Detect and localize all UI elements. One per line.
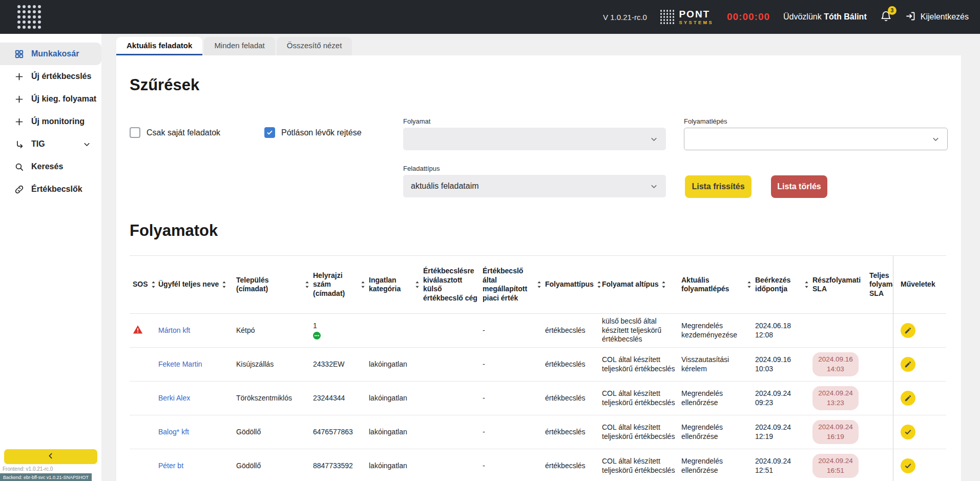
table-cell: Balog* kft (157, 415, 235, 449)
tab-aktu-lis-feladatok[interactable]: Aktuális feladatok (116, 37, 202, 55)
table-cell (893, 382, 946, 415)
tab-minden-feladat[interactable]: Minden feladat (204, 37, 275, 55)
sort-icon[interactable] (304, 281, 310, 288)
table-row: Fekete MartinKisújszállás24332EWlakóinga… (130, 348, 946, 382)
processes-title: Folyamatok (130, 222, 218, 240)
sidebar-item-tig[interactable]: TIG (0, 133, 101, 155)
session-timer: 00:00:00 (727, 11, 770, 23)
sidebar-item-j-kieg-folyamat[interactable]: Új kieg. folyamat (0, 88, 101, 110)
table-cell: COL által készített teljeskörű értékbecs… (601, 415, 680, 449)
column-header-telep-l-s-c-madat[interactable]: Település (címadat) (235, 256, 312, 313)
sidebar-item-label: Új értékbecslés (31, 72, 91, 81)
table-cell: értékbecslés (544, 314, 601, 347)
sidebar-item-rt-kbecsl-k[interactable]: Értékbecslők (0, 178, 101, 201)
sla-badge: 2024.09.24 16:19 (812, 420, 859, 444)
table-cell: külső becslő által készített teljeskörű … (601, 314, 680, 347)
table-cell: lakóingatlan (368, 348, 422, 381)
table-cell (422, 314, 482, 347)
brand-logo: PONT SYSTEMS (660, 9, 714, 25)
return-icon (14, 139, 25, 149)
more-parcels-icon[interactable] (313, 332, 321, 339)
chevron-down-icon (82, 140, 91, 149)
table-cell: értékbecslés (544, 382, 601, 415)
brand-dots-icon (660, 10, 675, 24)
own-tasks-checkbox[interactable]: Csak saját feladatok (130, 127, 220, 138)
client-link[interactable]: Fekete Martin (158, 360, 202, 369)
table-cell: Fekete Martin (157, 348, 235, 381)
sidebar-item-j-rt-kbecsl-s[interactable]: Új értékbecslés (0, 65, 101, 88)
table-cell: 2024.09.24 16:19 (811, 415, 868, 449)
table-cell (130, 415, 157, 449)
column-label: Aktuális folyamatlépés (681, 276, 744, 294)
column-header-ingatlan-kateg-ria[interactable]: Ingatlan kategória (368, 256, 422, 313)
tab-sszes-t-n-zet[interactable]: Összesítő nézet (277, 37, 352, 55)
feladattipus-select[interactable]: aktuális feladataim (403, 175, 666, 197)
folyamat-select[interactable] (403, 128, 666, 150)
sort-icon[interactable] (221, 281, 227, 288)
sort-icon[interactable] (536, 281, 542, 288)
sort-icon[interactable] (804, 281, 809, 288)
checkbox-box[interactable] (264, 127, 275, 138)
clear-list-button[interactable]: Lista törlés (771, 175, 827, 198)
table-cell: 6476577863 (312, 415, 368, 449)
chevron-left-icon (47, 452, 55, 462)
column-header-helyrajzi-sz-m-c-madat[interactable]: Helyrajzi szám (címadat) (312, 256, 368, 313)
sort-icon[interactable] (746, 281, 752, 288)
edit-button[interactable] (901, 391, 915, 406)
sidebar-item-keres-s[interactable]: Keresés (0, 155, 101, 178)
table-cell: Megrendelés ellenőrzése (680, 415, 754, 449)
column-header-rt-kbecsl-ltal-meg-llap-tott-piaci-rt-k[interactable]: Értékbecslő által megállapított piaci ér… (482, 256, 544, 313)
notifications-button[interactable]: 3 (880, 10, 892, 24)
table-cell: - (482, 415, 544, 449)
table-cell: 2024.09.16 14:03 (811, 348, 868, 381)
chevron-down-icon (650, 135, 658, 144)
folyamatlepes-label: Folyamatlépés (684, 117, 948, 125)
client-link[interactable]: Balog* kft (158, 428, 189, 437)
column-label: Folyamat altípus (602, 280, 658, 289)
table-cell: lakóingatlan (368, 449, 422, 481)
column-header-be-rkez-s-id-pontja[interactable]: Beérkezés időpontja (754, 256, 811, 313)
client-link[interactable]: Márton kft (158, 326, 190, 335)
table-cell: Törökszentmiklós (235, 382, 312, 415)
column-header-folyamat-alt-pus[interactable]: Folyamat altípus (601, 256, 680, 313)
sidebar-collapse-button[interactable] (4, 449, 97, 464)
logout-button[interactable]: Kijelentkezés (905, 11, 969, 24)
notification-badge: 3 (888, 6, 896, 15)
app-version: V 1.0.21-rc.0 (603, 13, 647, 22)
column-header-aktu-lis-folyamatl-p-s[interactable]: Aktuális folyamatlépés (680, 256, 754, 313)
sort-icon[interactable] (414, 281, 420, 288)
table-cell: - (482, 449, 544, 481)
sidebar-item-label: Új monitoring (31, 117, 85, 126)
sidebar-item-label: Keresés (31, 162, 63, 171)
done-button[interactable] (901, 425, 915, 439)
sidebar-item-label: Értékbecslők (31, 185, 82, 194)
refresh-list-button[interactable]: Lista frissítés (685, 175, 752, 198)
hide-replacement-checkbox[interactable]: Pótláson lévők rejtése (264, 127, 362, 138)
sort-icon[interactable] (151, 281, 156, 288)
column-header-sos[interactable]: SOS (130, 256, 157, 313)
table-cell: 24332EW (312, 348, 368, 381)
sidebar-item-j-monitoring[interactable]: Új monitoring (0, 110, 101, 133)
folyamatlepes-select[interactable] (684, 128, 948, 150)
column-header-gyf-l-teljes-neve[interactable]: Ügyfél teljes neve (157, 256, 235, 313)
sort-icon[interactable] (596, 281, 601, 288)
done-button[interactable] (901, 458, 915, 473)
column-header-rt-kbecsl-sre-kiv-lasztott-k-ls-rt-kbecsl-c-g: Értékbecslésre kiválasztott külső értékb… (422, 256, 482, 313)
checkbox-box[interactable] (130, 127, 140, 138)
client-link[interactable]: Péter bt (158, 462, 183, 471)
edit-button[interactable] (901, 357, 915, 372)
table-cell: Péter bt (157, 449, 235, 481)
edit-button[interactable] (901, 323, 915, 338)
checkbox-label: Pótláson lévők rejtése (281, 128, 362, 137)
sidebar-item-munkakos-r[interactable]: Munkakosár (0, 43, 101, 65)
sort-icon[interactable] (661, 281, 666, 288)
table-row: Balog* kftGödöllő6476577863lakóingatlan-… (130, 415, 946, 449)
table-cell (893, 449, 946, 481)
brand-subtitle: SYSTEMS (679, 21, 714, 25)
client-link[interactable]: Berki Alex (158, 394, 190, 403)
table-cell: COL által készített teljeskörű értékbecs… (601, 382, 680, 415)
column-header-folyamatt-pus[interactable]: Folyamattípus (544, 256, 601, 313)
column-header-r-szfolyamati-sla: Részfolyamati SLA (811, 256, 868, 313)
table-cell: - (482, 314, 544, 347)
sort-icon[interactable] (360, 281, 366, 288)
